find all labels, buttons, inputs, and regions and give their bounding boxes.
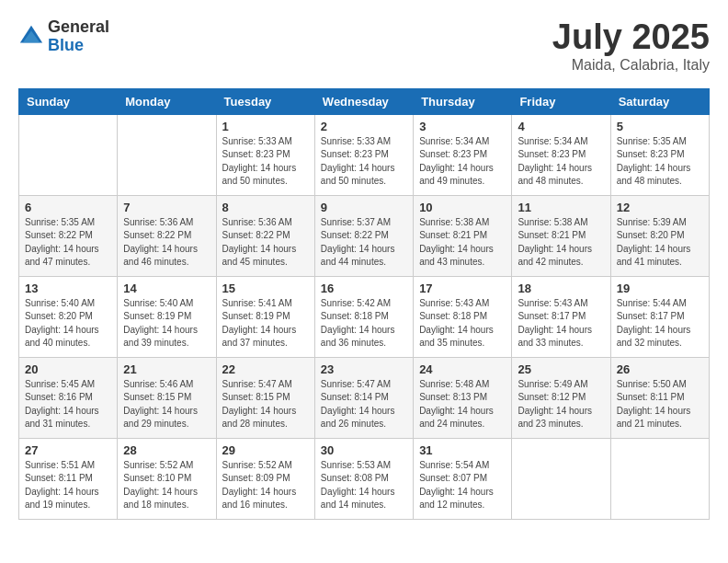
calendar-cell: 14Sunrise: 5:40 AMSunset: 8:19 PMDayligh… — [118, 276, 216, 357]
day-number: 10 — [419, 201, 506, 214]
week-row-5: 27Sunrise: 5:51 AMSunset: 8:11 PMDayligh… — [19, 438, 710, 519]
day-info: Sunrise: 5:36 AMSunset: 8:22 PMDaylight:… — [222, 216, 309, 270]
day-number: 12 — [617, 201, 703, 214]
calendar-cell: 7Sunrise: 5:36 AMSunset: 8:22 PMDaylight… — [118, 195, 216, 276]
day-info: Sunrise: 5:43 AMSunset: 8:17 PMDaylight:… — [518, 297, 604, 350]
day-info: Sunrise: 5:52 AMSunset: 8:10 PMDaylight:… — [123, 459, 210, 512]
day-number: 13 — [25, 282, 111, 295]
day-info: Sunrise: 5:49 AMSunset: 8:12 PMDaylight:… — [518, 378, 604, 431]
day-info: Sunrise: 5:47 AMSunset: 8:14 PMDaylight:… — [321, 378, 407, 431]
calendar-cell: 10Sunrise: 5:38 AMSunset: 8:21 PMDayligh… — [414, 195, 512, 276]
day-number: 4 — [518, 120, 604, 133]
day-info: Sunrise: 5:40 AMSunset: 8:20 PMDaylight:… — [25, 297, 111, 350]
weekday-header-friday: Friday — [512, 88, 610, 114]
day-info: Sunrise: 5:54 AMSunset: 8:07 PMDaylight:… — [419, 459, 506, 512]
logo-text: General Blue — [48, 18, 109, 55]
day-number: 6 — [25, 201, 111, 214]
page-header: General Blue July 2025 Maida, Calabria, … — [18, 18, 710, 74]
day-info: Sunrise: 5:40 AMSunset: 8:19 PMDaylight:… — [123, 297, 210, 350]
weekday-header-row: SundayMondayTuesdayWednesdayThursdayFrid… — [19, 88, 710, 114]
day-number: 23 — [321, 362, 407, 376]
week-row-3: 13Sunrise: 5:40 AMSunset: 8:20 PMDayligh… — [19, 276, 710, 357]
calendar-table: SundayMondayTuesdayWednesdayThursdayFrid… — [18, 88, 710, 520]
day-info: Sunrise: 5:48 AMSunset: 8:13 PMDaylight:… — [419, 378, 506, 431]
day-number: 27 — [25, 443, 111, 457]
week-row-2: 6Sunrise: 5:35 AMSunset: 8:22 PMDaylight… — [19, 195, 710, 276]
day-number: 8 — [222, 201, 309, 214]
weekday-header-wednesday: Wednesday — [314, 88, 413, 114]
day-number: 19 — [617, 282, 703, 295]
day-info: Sunrise: 5:42 AMSunset: 8:18 PMDaylight:… — [321, 297, 407, 350]
weekday-header-thursday: Thursday — [414, 88, 512, 114]
day-info: Sunrise: 5:38 AMSunset: 8:21 PMDaylight:… — [518, 216, 604, 270]
day-info: Sunrise: 5:52 AMSunset: 8:09 PMDaylight:… — [222, 459, 309, 512]
calendar-cell: 5Sunrise: 5:35 AMSunset: 8:23 PMDaylight… — [610, 114, 709, 195]
day-info: Sunrise: 5:34 AMSunset: 8:23 PMDaylight:… — [518, 135, 604, 189]
day-info: Sunrise: 5:33 AMSunset: 8:23 PMDaylight:… — [321, 135, 407, 189]
month-title: July 2025 — [552, 18, 710, 57]
calendar-cell: 2Sunrise: 5:33 AMSunset: 8:23 PMDaylight… — [314, 114, 413, 195]
calendar-cell — [512, 438, 610, 519]
calendar-cell — [19, 114, 118, 195]
calendar-cell: 28Sunrise: 5:52 AMSunset: 8:10 PMDayligh… — [118, 438, 216, 519]
day-info: Sunrise: 5:45 AMSunset: 8:16 PMDaylight:… — [25, 378, 111, 431]
day-info: Sunrise: 5:50 AMSunset: 8:11 PMDaylight:… — [617, 378, 703, 431]
calendar-cell: 27Sunrise: 5:51 AMSunset: 8:11 PMDayligh… — [19, 438, 118, 519]
day-number: 14 — [123, 282, 210, 295]
day-number: 28 — [123, 443, 210, 457]
weekday-header-tuesday: Tuesday — [216, 88, 314, 114]
calendar-cell: 25Sunrise: 5:49 AMSunset: 8:12 PMDayligh… — [512, 357, 610, 438]
calendar-cell: 31Sunrise: 5:54 AMSunset: 8:07 PMDayligh… — [414, 438, 512, 519]
day-info: Sunrise: 5:35 AMSunset: 8:23 PMDaylight:… — [617, 135, 703, 189]
day-number: 1 — [222, 120, 309, 133]
calendar-cell: 3Sunrise: 5:34 AMSunset: 8:23 PMDaylight… — [414, 114, 512, 195]
calendar-cell: 6Sunrise: 5:35 AMSunset: 8:22 PMDaylight… — [19, 195, 118, 276]
week-row-4: 20Sunrise: 5:45 AMSunset: 8:16 PMDayligh… — [19, 357, 710, 438]
title-block: July 2025 Maida, Calabria, Italy — [552, 18, 710, 74]
logo-general-text: General — [48, 18, 109, 37]
calendar-cell: 24Sunrise: 5:48 AMSunset: 8:13 PMDayligh… — [414, 357, 512, 438]
calendar-cell: 22Sunrise: 5:47 AMSunset: 8:15 PMDayligh… — [216, 357, 314, 438]
calendar-cell: 23Sunrise: 5:47 AMSunset: 8:14 PMDayligh… — [314, 357, 413, 438]
calendar-cell: 29Sunrise: 5:52 AMSunset: 8:09 PMDayligh… — [216, 438, 314, 519]
logo: General Blue — [18, 18, 109, 55]
day-number: 11 — [518, 201, 604, 214]
day-number: 17 — [419, 282, 506, 295]
calendar-cell: 30Sunrise: 5:53 AMSunset: 8:08 PMDayligh… — [314, 438, 413, 519]
day-info: Sunrise: 5:51 AMSunset: 8:11 PMDaylight:… — [25, 459, 111, 512]
day-number: 15 — [222, 282, 309, 295]
calendar-cell: 21Sunrise: 5:46 AMSunset: 8:15 PMDayligh… — [118, 357, 216, 438]
day-info: Sunrise: 5:44 AMSunset: 8:17 PMDaylight:… — [617, 297, 703, 350]
day-number: 24 — [419, 362, 506, 376]
calendar-cell: 11Sunrise: 5:38 AMSunset: 8:21 PMDayligh… — [512, 195, 610, 276]
calendar-cell: 26Sunrise: 5:50 AMSunset: 8:11 PMDayligh… — [610, 357, 709, 438]
day-number: 2 — [321, 120, 407, 133]
day-number: 7 — [123, 201, 210, 214]
day-number: 18 — [518, 282, 604, 295]
calendar-cell — [610, 438, 709, 519]
calendar-cell: 19Sunrise: 5:44 AMSunset: 8:17 PMDayligh… — [610, 276, 709, 357]
calendar-cell: 13Sunrise: 5:40 AMSunset: 8:20 PMDayligh… — [19, 276, 118, 357]
day-info: Sunrise: 5:39 AMSunset: 8:20 PMDaylight:… — [617, 216, 703, 270]
calendar-cell: 9Sunrise: 5:37 AMSunset: 8:22 PMDaylight… — [314, 195, 413, 276]
calendar-cell: 18Sunrise: 5:43 AMSunset: 8:17 PMDayligh… — [512, 276, 610, 357]
day-number: 21 — [123, 362, 210, 376]
calendar-cell: 15Sunrise: 5:41 AMSunset: 8:19 PMDayligh… — [216, 276, 314, 357]
calendar-cell: 4Sunrise: 5:34 AMSunset: 8:23 PMDaylight… — [512, 114, 610, 195]
day-number: 22 — [222, 362, 309, 376]
day-info: Sunrise: 5:35 AMSunset: 8:22 PMDaylight:… — [25, 216, 111, 270]
day-info: Sunrise: 5:43 AMSunset: 8:18 PMDaylight:… — [419, 297, 506, 350]
day-info: Sunrise: 5:46 AMSunset: 8:15 PMDaylight:… — [123, 378, 210, 431]
calendar-cell — [118, 114, 216, 195]
day-number: 9 — [321, 201, 407, 214]
day-info: Sunrise: 5:47 AMSunset: 8:15 PMDaylight:… — [222, 378, 309, 431]
logo-icon — [18, 24, 44, 50]
day-info: Sunrise: 5:33 AMSunset: 8:23 PMDaylight:… — [222, 135, 309, 189]
day-info: Sunrise: 5:37 AMSunset: 8:22 PMDaylight:… — [321, 216, 407, 270]
day-number: 3 — [419, 120, 506, 133]
logo-blue-text: Blue — [48, 37, 109, 55]
calendar-cell: 20Sunrise: 5:45 AMSunset: 8:16 PMDayligh… — [19, 357, 118, 438]
day-number: 26 — [617, 362, 703, 376]
day-info: Sunrise: 5:41 AMSunset: 8:19 PMDaylight:… — [222, 297, 309, 350]
week-row-1: 1Sunrise: 5:33 AMSunset: 8:23 PMDaylight… — [19, 114, 710, 195]
